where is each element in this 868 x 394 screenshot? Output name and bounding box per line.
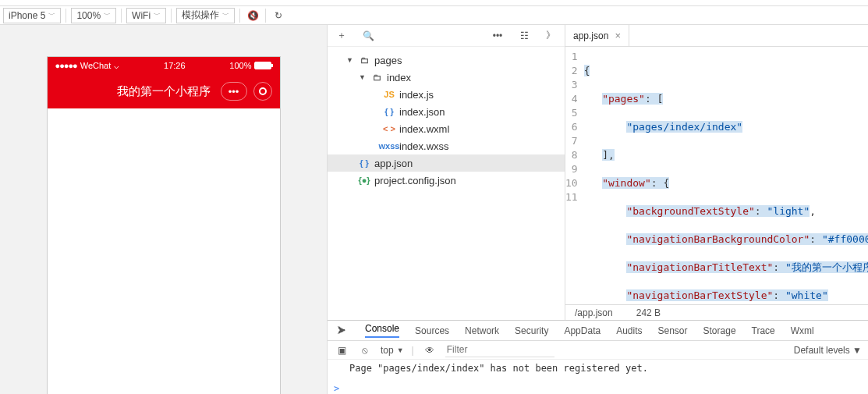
phone-nav-bar: 我的第一个小程序 ••• (48, 74, 280, 108)
tree-file-index-json[interactable]: { }index.json (328, 103, 565, 120)
status-size: 242 B (636, 307, 661, 318)
json-icon: { } (357, 158, 371, 168)
console-controls: ▣ ⦸ top ▼ | 👁 Default levels ▼ (328, 341, 868, 360)
signal-icon: ●●●●● (55, 61, 77, 70)
editor-status-bar: /app.json 242 B (565, 304, 868, 320)
editor-tabs: app.json × (565, 25, 868, 47)
tree-file-index-wxml[interactable]: < >index.wxml (328, 120, 565, 137)
tree-file-index-wxss[interactable]: wxssindex.wxss (328, 137, 565, 154)
devtools-tab-appdata[interactable]: AppData (564, 325, 601, 336)
devtools-tab-security[interactable]: Security (515, 325, 548, 336)
more-icon[interactable]: ••• (490, 28, 505, 44)
settings-icon[interactable]: ☷ (516, 28, 532, 44)
capsule-menu-button[interactable]: ••• (221, 82, 247, 101)
file-tree: ▼🗀pages ▼🗀index JSindex.js { }index.json… (328, 47, 565, 320)
phone-status-bar: ●●●●● WeChat ⌵ 17:26 100% (48, 57, 280, 74)
add-file-icon[interactable]: ＋ (334, 28, 349, 44)
log-levels-select[interactable]: Default levels ▼ (794, 345, 862, 356)
zoom-select[interactable]: 100%﹀ (71, 8, 116, 23)
devtools-panel: ⮞ Console Sources Network Security AppDa… (328, 320, 868, 394)
capsule-close-button[interactable] (253, 82, 272, 101)
toolbar: iPhone 5﹀ 100%﹀ WiFi﹀ 模拟操作﹀ 🔇 ↻ (0, 6, 868, 25)
rotate-icon[interactable]: ↻ (271, 8, 286, 23)
tree-file-index-js[interactable]: JSindex.js (328, 86, 565, 103)
devtools-tab-sensor[interactable]: Sensor (658, 325, 688, 336)
phone-frame: ●●●●● WeChat ⌵ 17:26 100% 我的第一个小程序 ••• (47, 56, 281, 394)
status-path: /app.json (575, 307, 613, 318)
config-icon: {●} (357, 176, 371, 185)
nav-title: 我的第一个小程序 (117, 84, 211, 99)
simulate-select[interactable]: 模拟操作﹀ (176, 8, 235, 23)
network-select[interactable]: WiFi﹀ (126, 8, 166, 23)
code-editor: app.json × 1234567891011 { "pages": [ "p… (565, 25, 868, 320)
inspect-icon[interactable]: ⮞ (334, 323, 349, 339)
mute-icon[interactable]: 🔇 (245, 8, 260, 23)
console-prompt[interactable]: > (328, 383, 868, 394)
wxml-icon: < > (382, 124, 396, 133)
devtools-tab-wxml[interactable]: Wxml (791, 325, 814, 336)
devtools-tab-audits[interactable]: Audits (616, 325, 642, 336)
collapse-icon[interactable]: 》 (543, 28, 558, 44)
json-icon: { } (382, 107, 396, 116)
battery-icon (254, 62, 271, 69)
search-icon[interactable]: 🔍 (360, 28, 376, 44)
clock-label: 17:26 (164, 61, 186, 70)
filter-input[interactable] (445, 343, 554, 357)
line-gutter: 1234567891011 (565, 47, 584, 304)
folder-icon: 🗀 (357, 55, 371, 65)
file-explorer: ＋ 🔍 ••• ☷ 》 ▼🗀pages ▼🗀index JSindex.js {… (328, 25, 565, 320)
editor-tab-app-json[interactable]: app.json × (565, 25, 629, 46)
phone-content (48, 108, 280, 394)
app-menubar (0, 0, 868, 6)
chevron-down-icon: ﹀ (222, 10, 229, 20)
tree-folder-pages[interactable]: ▼🗀pages (328, 51, 565, 69)
chevron-down-icon: ﹀ (48, 10, 55, 20)
tree-file-app-json[interactable]: { }app.json (328, 154, 565, 172)
wifi-icon: ⌵ (114, 61, 119, 71)
carrier-label: WeChat (80, 61, 112, 70)
code-content: { "pages": [ "pages/index/index" ], "win… (584, 47, 868, 304)
chevron-down-icon: ﹀ (104, 10, 111, 20)
simulator-pane: ●●●●● WeChat ⌵ 17:26 100% 我的第一个小程序 ••• (0, 25, 328, 394)
folder-icon: 🗀 (370, 73, 384, 82)
devtools-tab-network[interactable]: Network (465, 325, 499, 336)
close-icon[interactable]: × (615, 30, 621, 41)
device-select[interactable]: iPhone 5﹀ (3, 8, 61, 23)
js-icon: JS (382, 90, 396, 99)
devtools-tabs: ⮞ Console Sources Network Security AppDa… (328, 321, 868, 341)
tree-file-project-config[interactable]: {●}project.config.json (328, 172, 565, 189)
tree-folder-index[interactable]: ▼🗀index (328, 69, 565, 86)
chevron-down-icon: ﹀ (154, 10, 161, 20)
console-log: Page "pages/index/index" has not been re… (328, 360, 868, 383)
sidebar-toggle-icon[interactable]: ▣ (334, 343, 349, 358)
devtools-tab-sources[interactable]: Sources (415, 325, 449, 336)
devtools-tab-trace[interactable]: Trace (752, 325, 775, 336)
wxss-icon: wxss (382, 141, 396, 151)
devtools-tab-storage[interactable]: Storage (703, 325, 736, 336)
code-area[interactable]: 1234567891011 { "pages": [ "pages/index/… (565, 47, 868, 304)
devtools-tab-console[interactable]: Console (365, 323, 399, 338)
tab-label: app.json (573, 30, 608, 41)
eye-icon[interactable]: 👁 (422, 343, 438, 358)
battery-label: 100% (229, 61, 251, 70)
console-message: Page "pages/index/index" has not been re… (337, 363, 859, 374)
clear-console-icon[interactable]: ⦸ (357, 343, 373, 358)
context-select[interactable]: top ▼ (381, 345, 404, 356)
